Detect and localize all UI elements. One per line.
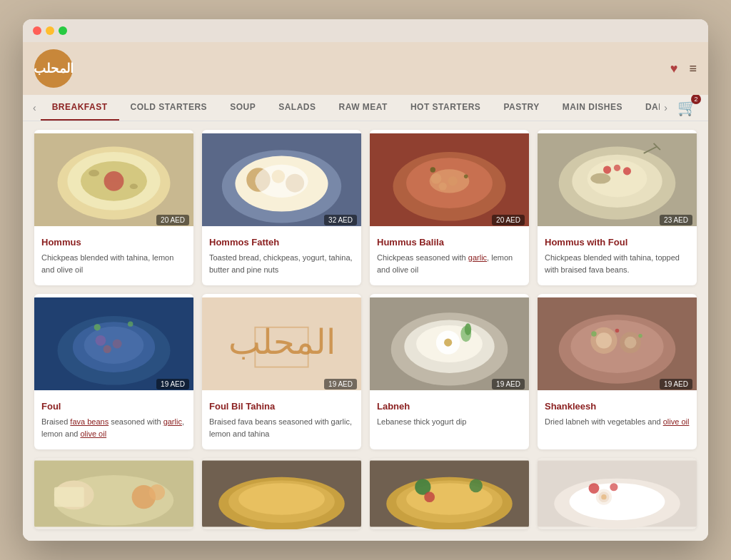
item-desc-fatteh: Toasted bread, chickpeas, yogurt, tahina… [209, 252, 354, 275]
item-name-foul: Foul [41, 401, 186, 412]
svg-point-35 [95, 335, 106, 346]
item-image-foul: 19 AED [34, 294, 193, 394]
svg-point-53 [570, 320, 663, 373]
tab-hot-starters[interactable]: HOT STARTERS [399, 95, 492, 121]
item-image-hommus-foul: 23 AED [538, 130, 697, 230]
price-foul-tahina: 19 AED [324, 379, 357, 390]
item-info-hommus: Hommus Chickpeas blended with tahina, le… [34, 230, 193, 285]
svg-point-13 [255, 165, 308, 198]
favorites-icon[interactable]: ♥ [670, 61, 678, 76]
main-content: 20 AED Hommus Chickpeas blended with tah… [23, 121, 708, 541]
item-info-shankleesh: Shankleesh Dried labneh with vegetables … [538, 394, 697, 438]
item-image-shankleesh: 19 AED [538, 294, 697, 394]
tab-raw-meat[interactable]: RAW MEAT [327, 95, 398, 121]
item-name-balila: Hummus Balila [377, 237, 522, 248]
items-grid-row1: 20 AED Hommus Chickpeas blended with tah… [34, 130, 697, 285]
svg-point-30 [590, 173, 610, 184]
item-info-balila: Hummus Balila Chickpeas seasoned with ga… [370, 230, 529, 285]
svg-point-39 [128, 321, 133, 326]
price-hommus-foul: 23 AED [660, 215, 692, 225]
item-info-foul: Foul Braised fava beans seasoned with ga… [34, 394, 193, 449]
item-card-fatteh[interactable]: 32 AED Hommos Fatteh Toasted bread, chic… [202, 130, 361, 285]
item-card-labneh[interactable]: 19 AED Labneh Lebanese thick yogurt dip [370, 294, 529, 449]
item-desc-shankleesh: Dried labneh with vegetables and olive o… [545, 416, 690, 428]
item-info-fatteh: Hommos Fatteh Toasted bread, chickpeas, … [202, 230, 361, 285]
item-desc-foul-tahina: Braised fava beans seasoned with garlic,… [209, 416, 354, 439]
hamburger-menu-icon[interactable]: ≡ [689, 61, 697, 76]
tab-breakfast[interactable]: BREAKFAST [41, 95, 119, 121]
bottom-card-1[interactable] [34, 458, 193, 529]
logo[interactable]: المحلب [34, 49, 73, 88]
nav-right-arrow[interactable]: › [660, 96, 672, 119]
top-bar-right: ♥ ≡ [670, 61, 697, 76]
item-name-hommus: Hommus [41, 237, 186, 248]
items-grid-row2: 19 AED Foul Braised fava beans seasoned … [34, 294, 697, 449]
browser-titlebar [23, 19, 708, 42]
svg-point-38 [94, 324, 101, 330]
svg-point-57 [625, 337, 637, 349]
svg-point-36 [113, 339, 122, 348]
svg-point-28 [614, 165, 620, 171]
svg-point-20 [430, 169, 470, 193]
cart-button[interactable]: 🛒 2 [672, 96, 702, 120]
item-card-hommus[interactable]: 20 AED Hommus Chickpeas blended with tah… [34, 130, 193, 285]
svg-point-77 [424, 492, 435, 502]
item-card-balila[interactable]: 20 AED Hummus Balila Chickpeas seasoned … [370, 130, 529, 285]
tab-main-dishes[interactable]: MAIN DISHES [551, 95, 634, 121]
tab-soup[interactable]: SOUP [218, 95, 267, 121]
item-name-hommus-foul: Hommus with Foul [545, 237, 690, 248]
svg-point-48 [444, 339, 452, 347]
svg-point-84 [589, 483, 600, 494]
price-hommus: 20 AED [156, 215, 189, 225]
bottom-card-3[interactable] [370, 458, 529, 529]
bottom-card-4[interactable] [538, 458, 697, 529]
item-card-shankleesh[interactable]: 19 AED Shankleesh Dried labneh with vege… [538, 294, 697, 449]
item-image-fatteh: 32 AED [202, 130, 361, 230]
nav-tabs: BREAKFAST COLD STARTERS SOUP SALADS RAW … [41, 95, 660, 121]
browser-window: المحلب ♥ ≡ ‹ BREAKFAST COLD STARTERS SOU… [23, 19, 708, 541]
svg-point-6 [130, 184, 138, 189]
item-desc-balila: Chickpeas seasoned with garlic, lemon an… [377, 252, 522, 275]
item-image-labneh: 19 AED [370, 294, 529, 394]
tab-salads[interactable]: SALADS [267, 95, 327, 121]
item-desc-labneh: Lebanese thick yogurt dip [377, 416, 522, 428]
svg-point-27 [603, 166, 611, 173]
svg-point-60 [615, 329, 620, 333]
svg-point-4 [104, 171, 124, 191]
tab-cold-starters[interactable]: COLD STARTERS [119, 95, 219, 121]
dot-maximize[interactable] [59, 26, 67, 35]
price-fatteh: 32 AED [324, 215, 357, 225]
svg-point-29 [623, 167, 631, 175]
item-card-foul-tahina[interactable]: المحلب 19 AED Foul Bil Tahina Braised fa… [202, 294, 361, 449]
item-image-hommus: 20 AED [34, 130, 193, 230]
svg-point-76 [469, 479, 483, 493]
item-desc-hommus: Chickpeas blended with tahina, lemon and… [41, 252, 186, 275]
svg-point-85 [610, 483, 617, 491]
app-content: المحلب ♥ ≡ ‹ BREAKFAST COLD STARTERS SOU… [23, 42, 708, 541]
item-info-foul-tahina: Foul Bil Tahina Braised fava beans seaso… [202, 394, 361, 449]
dot-close[interactable] [33, 26, 41, 35]
svg-point-59 [638, 334, 642, 338]
tab-daily-dishes[interactable]: DAILY DISHES [634, 95, 660, 121]
item-info-hommus-foul: Hommus with Foul Chickpeas blended with … [538, 230, 697, 285]
cart-badge: 2 [691, 95, 701, 104]
highlight-garlic: garlic [468, 253, 487, 262]
nav-left-arrow[interactable]: ‹ [29, 96, 41, 119]
bottom-row [34, 458, 697, 529]
dot-minimize[interactable] [46, 26, 54, 35]
item-desc-hommus-foul: Chickpeas blended with tahina, topped wi… [545, 252, 690, 275]
price-shankleesh: 19 AED [660, 379, 692, 390]
svg-point-56 [596, 332, 612, 348]
price-labneh: 19 AED [492, 379, 525, 390]
top-bar: المحلب ♥ ≡ [23, 42, 708, 95]
svg-point-21 [430, 167, 435, 172]
item-card-hommus-foul[interactable]: 23 AED Hommus with Foul Chickpeas blende… [538, 130, 697, 285]
svg-point-66 [149, 484, 165, 500]
item-card-foul[interactable]: 19 AED Foul Braised fava beans seasoned … [34, 294, 193, 449]
bottom-card-2[interactable] [202, 458, 361, 529]
item-image-balila: 20 AED [370, 130, 529, 230]
svg-point-50 [465, 323, 471, 335]
svg-rect-64 [54, 487, 84, 507]
svg-point-22 [464, 175, 468, 179]
tab-pastry[interactable]: PASTRY [492, 95, 550, 121]
